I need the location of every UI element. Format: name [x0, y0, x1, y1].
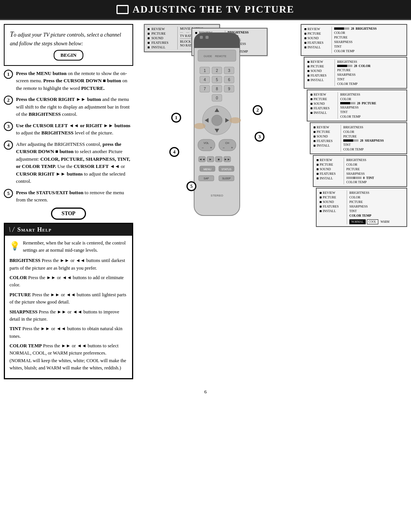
svg-text:8: 8: [216, 87, 218, 91]
pic-menu-brightness: REVIEW PICTURE SOUND FEATURES INSTALL 28: [301, 24, 407, 56]
svg-rect-2: [194, 40, 240, 48]
svg-text:REMOTE: REMOTE: [215, 55, 226, 58]
menu1-sound: SOUND: [148, 36, 174, 40]
svg-point-60: [229, 117, 241, 123]
smart-help-intro: Remember, when the bar scale is centered…: [23, 240, 127, 254]
svg-text:VOL: VOL: [204, 142, 209, 144]
svg-text:+: +: [210, 146, 212, 150]
step-overlay-5: 5: [186, 181, 196, 191]
color-bar-row: 28 COLOR: [337, 64, 371, 68]
smart-help-body: 💡 Remember, when the bar scale is center…: [5, 236, 132, 378]
step-4: 4 After adjusting the BRIGHTNESS control…: [4, 141, 133, 185]
menu1-install: INSTALL: [148, 45, 174, 50]
stop-badge-container: STOP: [4, 208, 133, 220]
help-tip-tint: TINT Press the ►► or ◄◄ buttons to obtai…: [10, 325, 127, 340]
step-1-number: 1: [4, 70, 13, 79]
page-title: Adjusting the TV Picture: [132, 4, 294, 15]
remote-svg: GUIDE REMOTE 1 2 3 4 5 6 7 8: [179, 29, 255, 227]
help-tip-color-temp: COLOR TEMP Press the ►► or ◄◄ buttons to…: [10, 342, 127, 372]
svg-point-29: [212, 115, 222, 126]
svg-text:−: −: [202, 146, 204, 150]
brightness-bar-row: 28 BRIGHTNESS: [334, 27, 377, 30]
begin-badge: BEGIN: [54, 50, 83, 61]
svg-point-59: [194, 123, 206, 129]
sharpness-bar-row: 28 SHARPNESS: [343, 139, 384, 142]
help-tip-sharpness: SHARPNESS Press the ►► or ◄◄ buttons to …: [10, 308, 127, 323]
stop-badge: STOP: [51, 208, 86, 220]
svg-text:STEREO: STEREO: [211, 194, 223, 197]
menu1-features: FEATURES: [148, 40, 174, 45]
step-4-content: After adjusting the BRIGHTNESS control, …: [16, 141, 133, 185]
svg-text:STATUS: STATUS: [221, 168, 232, 171]
pic-menu-color: REVIEW PICTURE SOUND FEATURES INSTALL BR…: [304, 57, 407, 89]
step-1: 1 Press the MENU button on the remote to…: [4, 70, 133, 92]
help-tip-color: COLOR Press the ►► or ◄◄ buttons to add …: [10, 274, 127, 289]
svg-text:SLEEP: SLEEP: [222, 177, 231, 180]
step-4-number: 4: [4, 141, 13, 150]
svg-text:+: +: [231, 146, 233, 150]
svg-rect-38: [219, 139, 236, 151]
bulb-row: 💡 Remember, when the bar scale is center…: [10, 240, 127, 254]
step-1-content: Press the MENU button on the remote to s…: [16, 70, 133, 92]
step-2-content: Press the CURSOR RIGHT ►► button and the…: [16, 96, 133, 118]
smart-help-header: \ / Smart Help: [5, 224, 132, 236]
step-2-number: 2: [4, 96, 13, 105]
svg-text:5: 5: [216, 78, 218, 82]
picture-bar-row: 28 PICTURE: [340, 101, 376, 105]
intro-text: To adjust your TV picture controls, sele…: [10, 29, 127, 48]
menu1-review: REVIEW: [148, 27, 174, 31]
colortemp-label: COLOR TEMP: [349, 213, 389, 218]
svg-text:CH: CH: [225, 142, 229, 144]
step-overlay-4: 4: [169, 147, 179, 157]
help-tip-picture: PICTURE Press the ►► or ◄◄ buttons until…: [10, 291, 127, 306]
svg-text:9: 9: [228, 87, 230, 91]
svg-text:7: 7: [204, 87, 206, 91]
page-header: Adjusting the TV Picture: [0, 0, 411, 20]
slash-icon: \ /: [9, 226, 14, 234]
svg-text:GUIDE: GUIDE: [204, 55, 212, 58]
center-column: REVIEW PICTURE SOUND FEATURES INSTALL MO…: [136, 24, 298, 379]
svg-text:−: −: [223, 146, 225, 150]
left-column: To adjust your TV picture controls, sele…: [4, 24, 133, 379]
step-overlay-2: 2: [253, 105, 263, 115]
step-3: 3 Use the CURSOR LEFT ◄◄ or RIGHT ►► but…: [4, 122, 133, 137]
svg-text:►►: ►►: [224, 158, 230, 161]
picture-menus: REVIEW PICTURE SOUND FEATURES INSTALL 28: [301, 24, 407, 228]
pic-menu-colortemp: REVIEW PICTURE SOUND FEATURES INSTALL BR…: [316, 188, 407, 227]
help-tip-brightness: BRIGHTNESS Press the ►► or ◄◄ buttons un…: [10, 257, 127, 272]
svg-text:3: 3: [228, 69, 230, 73]
step-3-content: Use the CURSOR LEFT ◄◄ or RIGHT ►► butto…: [16, 122, 133, 137]
cool-btn[interactable]: COOL: [367, 219, 378, 224]
bulb-icon: 💡: [10, 240, 20, 254]
right-column: REVIEW PICTURE SOUND FEATURES INSTALL 28: [301, 24, 407, 379]
step-5-content: Press the STATUS/EXIT button to remove t…: [16, 189, 133, 204]
svg-text:►: ►: [209, 158, 212, 161]
svg-text:1: 1: [204, 69, 206, 73]
pic-menu-sharpness: REVIEW PICTURE SOUND FEATURES INSTALL BR…: [310, 122, 407, 154]
svg-rect-34: [198, 139, 215, 151]
colortemp-selector: NORMAL COOL WARM: [349, 219, 389, 224]
main-content: To adjust your TV picture controls, sele…: [0, 20, 411, 383]
step-overlay-1: 1: [171, 113, 181, 123]
pic-menu-picture: REVIEW PICTURE SOUND FEATURES INSTALL BR…: [307, 89, 407, 121]
page-number: 6: [0, 383, 411, 399]
svg-text:2: 2: [216, 69, 218, 73]
step-2: 2 Press the CURSOR RIGHT ►► button and t…: [4, 96, 133, 118]
tint-bar-row: 0 TINT: [346, 176, 374, 180]
smart-help-section: \ / Smart Help 💡 Remember, when the bar …: [4, 223, 133, 379]
svg-rect-4: [206, 36, 209, 39]
remote-illustration: 1 2 3 4 5 GUIDE REMOTE 1: [179, 29, 255, 228]
svg-text:■: ■: [218, 158, 220, 161]
steps-container: 1 Press the MENU button on the remote to…: [4, 70, 133, 204]
pic-menu-tint: REVIEW PICTURE SOUND FEATURES INSTALL BR…: [313, 155, 407, 187]
svg-rect-3: [200, 36, 203, 39]
step-5-number: 5: [4, 189, 13, 198]
tv-icon: [116, 5, 129, 14]
svg-text:0: 0: [216, 96, 218, 100]
svg-text:MENU: MENU: [204, 168, 212, 171]
svg-text:6: 6: [228, 78, 230, 82]
warm-label: WARM: [381, 220, 389, 224]
svg-text:SAP: SAP: [204, 177, 209, 180]
normal-btn[interactable]: NORMAL: [349, 219, 366, 224]
step-3-number: 3: [4, 122, 13, 131]
